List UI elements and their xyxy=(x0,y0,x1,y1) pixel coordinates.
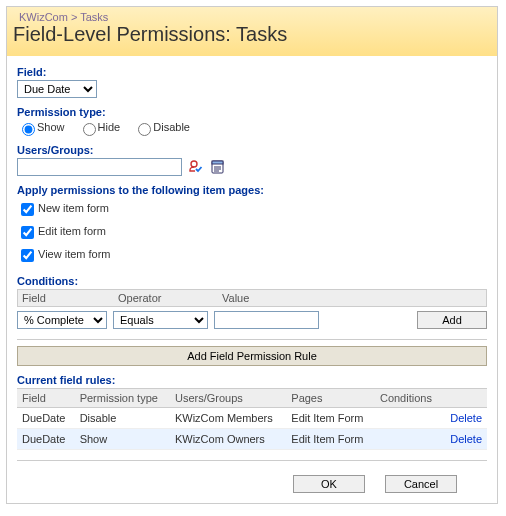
item-pages-list: New item form Edit item form View item f… xyxy=(17,198,487,267)
users-groups-label: Users/Groups: xyxy=(17,144,487,156)
add-condition-button[interactable]: Add xyxy=(417,311,487,329)
radio-show[interactable]: Show xyxy=(17,121,65,133)
check-view-item-form[interactable]: View item form xyxy=(17,244,487,267)
permission-type-label: Permission type: xyxy=(17,106,487,118)
check-edit-item-form[interactable]: Edit item form xyxy=(17,221,487,244)
radio-disable[interactable]: Disable xyxy=(133,121,190,133)
rules-table: Field Permission type Users/Groups Pages… xyxy=(17,388,487,450)
separator xyxy=(17,460,487,461)
breadcrumb[interactable]: KWizCom > Tasks xyxy=(13,9,491,23)
rules-th-permission-type: Permission type xyxy=(75,389,170,408)
cond-header-field: Field xyxy=(22,292,118,304)
field-label: Field: xyxy=(17,66,487,78)
ok-button[interactable]: OK xyxy=(293,475,365,493)
radio-hide[interactable]: Hide xyxy=(78,121,121,133)
page-title: Field-Level Permissions: Tasks xyxy=(13,23,491,46)
delete-link[interactable]: Delete xyxy=(450,412,482,424)
check-new-item-form[interactable]: New item form xyxy=(17,198,487,221)
conditions-header: Field Operator Value xyxy=(17,289,487,307)
table-row: DueDate Disable KWizCom Members Edit Ite… xyxy=(17,408,487,429)
separator xyxy=(17,339,487,340)
rules-th-users-groups: Users/Groups xyxy=(170,389,286,408)
permission-type-radios: Show Hide Disable xyxy=(17,120,487,136)
svg-rect-2 xyxy=(212,161,223,164)
rules-th-conditions: Conditions xyxy=(375,389,442,408)
cond-operator-select[interactable]: Equals xyxy=(113,311,208,329)
check-names-icon[interactable] xyxy=(188,159,204,175)
cond-value-input[interactable] xyxy=(214,311,319,329)
field-select[interactable]: Due Date xyxy=(17,80,97,98)
rules-th-pages: Pages xyxy=(286,389,375,408)
conditions-label: Conditions: xyxy=(17,275,487,287)
current-rules-label: Current field rules: xyxy=(17,374,487,386)
svg-point-0 xyxy=(191,161,197,167)
apply-pages-label: Apply permissions to the following item … xyxy=(17,184,487,196)
cond-field-select[interactable]: % Complete xyxy=(17,311,107,329)
address-book-icon[interactable] xyxy=(210,159,226,175)
cond-header-operator: Operator xyxy=(118,292,222,304)
rules-th-field: Field xyxy=(17,389,75,408)
users-groups-input[interactable] xyxy=(17,158,182,176)
delete-link[interactable]: Delete xyxy=(450,433,482,445)
cond-header-value: Value xyxy=(222,292,482,304)
cancel-button[interactable]: Cancel xyxy=(385,475,457,493)
add-field-permission-rule-button[interactable]: Add Field Permission Rule xyxy=(17,346,487,366)
table-row: DueDate Show KWizCom Owners Edit Item Fo… xyxy=(17,429,487,450)
